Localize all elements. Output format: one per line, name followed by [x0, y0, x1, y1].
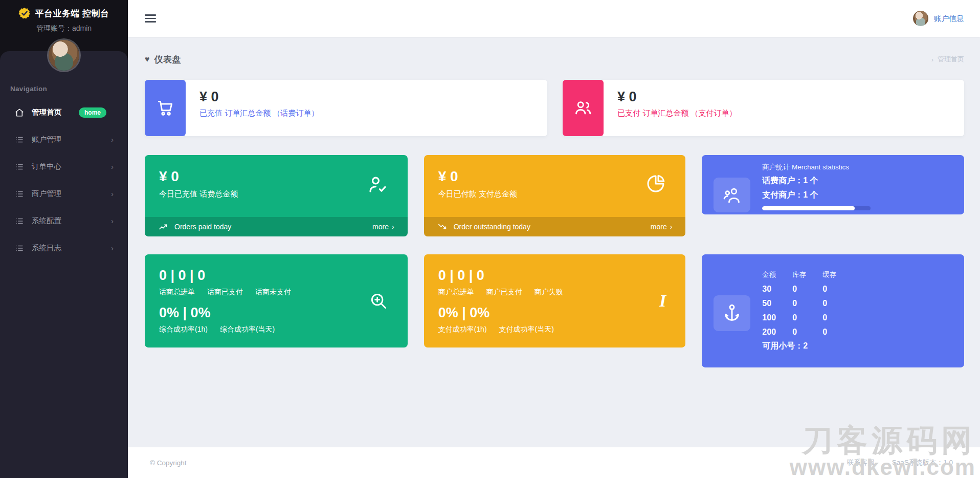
- cart-icon: [145, 80, 186, 136]
- rate-label: 综合成功率(1h): [159, 325, 208, 334]
- more-link[interactable]: more ›: [651, 223, 673, 231]
- chevron-right-icon: ›: [931, 56, 933, 63]
- breadcrumb-home[interactable]: 管理首页: [938, 55, 964, 64]
- list-icon: [14, 189, 25, 199]
- contact-support-link[interactable]: 联系客服: [847, 458, 875, 467]
- rate-label: 支付成功率(当天): [499, 325, 554, 334]
- list-icon: [14, 135, 25, 145]
- sidebar-avatar[interactable]: [49, 40, 79, 71]
- stock-row: 200 0 0: [762, 325, 853, 339]
- count-label: 商户已支付: [486, 288, 522, 297]
- copyright-label: © Copyright: [150, 459, 186, 467]
- stock-row: 100 0 0: [762, 311, 853, 325]
- sidebar: 平台业务端 控制台 管理账号：admin Navigation 管理首页 hom…: [0, 0, 128, 478]
- header-avatar: [913, 11, 928, 26]
- chevron-right-icon: ›: [111, 244, 114, 252]
- sidebar-item-label: 系统配置: [32, 216, 61, 226]
- payment-total-caption: 已支付 订单汇总金额 （支付订单）: [617, 108, 737, 118]
- sidebar-item-label: 账户管理: [32, 135, 61, 144]
- payment-rates: 0% | 0%: [438, 305, 686, 321]
- today-row: ¥ 0 今日已充值 话费总金额 Orders paid today more: [145, 155, 964, 236]
- sidebar-item-home[interactable]: 管理首页 home: [0, 99, 128, 126]
- recharge-summary-card: ¥ 0 已充值 订单汇总金额 （话费订单）: [145, 80, 547, 136]
- sidebar-item-label: 商户管理: [32, 189, 61, 199]
- recharge-counts: 0 | 0 | 0: [159, 268, 408, 284]
- trending-up-icon: [159, 223, 168, 230]
- page-title-row: ♥ 仪表盘 › 管理首页: [145, 48, 964, 71]
- payment-rate-card: 0 | 0 | 0 商户总进单 商户已支付 商户失败 0% | 0% 支付成功率…: [424, 254, 686, 347]
- breadcrumb: › 管理首页: [931, 55, 964, 64]
- sidebar-item-accounts[interactable]: 账户管理 ›: [0, 126, 128, 153]
- app-root: 平台业务端 控制台 管理账号：admin Navigation 管理首页 hom…: [0, 0, 980, 478]
- chevron-right-icon: ›: [111, 189, 114, 198]
- list-icon: [14, 162, 25, 172]
- sidebar-item-settings[interactable]: 系统配置 ›: [0, 207, 128, 234]
- sidebar-panel: Navigation 管理首页 home 账户管理 › 订单中心: [0, 51, 128, 478]
- merchant-progress-bar: [762, 206, 871, 210]
- rate-row: 0 | 0 | 0 话商总进单 话商已支付 话商未支付 0% | 0% 综合成功…: [145, 254, 964, 367]
- pay-merchant-count: 支付商户：1 个: [762, 190, 871, 201]
- page-title: 仪表盘: [154, 54, 182, 66]
- top-header: 账户信息: [128, 0, 980, 37]
- count-label: 商户总进单: [438, 288, 474, 297]
- app-title: 平台业务端 控制台: [35, 8, 109, 19]
- sidebar-item-label: 管理首页: [32, 107, 61, 117]
- count-label: 话商总进单: [159, 288, 195, 297]
- today-recharge-card: ¥ 0 今日已充值 话费总金额 Orders paid today more: [145, 155, 408, 236]
- chevron-right-icon: ›: [392, 223, 394, 231]
- phone-merchant-count: 话费商户：1 个: [762, 176, 871, 186]
- home-icon: [14, 107, 25, 118]
- available-accounts-label: 可用小号：2: [762, 341, 853, 352]
- pie-chart-icon: [645, 173, 666, 194]
- account-info-label: 账户信息: [934, 14, 964, 24]
- account-menu[interactable]: 账户信息: [913, 11, 964, 26]
- rate-label: 综合成功率(当天): [220, 325, 275, 334]
- count-label: 话商已支付: [207, 288, 243, 297]
- heart-icon: ♥: [145, 55, 150, 64]
- more-link[interactable]: more ›: [372, 223, 394, 231]
- trending-down-icon: [438, 223, 448, 230]
- admin-account-label: 管理账号：admin: [0, 24, 128, 33]
- home-badge: home: [79, 107, 106, 118]
- merchant-stats-card: 商户统计 Merchant statistics 话费商户：1 个 支付商户：1…: [702, 155, 964, 214]
- today-payment-footer: Order outstanding today more ›: [424, 217, 686, 236]
- stock-card: 金额 库存 缓存 30 0 0 50 0 0: [702, 254, 964, 367]
- nav-section-label: Navigation: [10, 85, 128, 93]
- sidebar-item-orders[interactable]: 订单中心 ›: [0, 153, 128, 180]
- orders-paid-label: Orders paid today: [174, 223, 231, 231]
- people-icon: [714, 178, 750, 212]
- payment-total-amount: ¥ 0: [617, 89, 737, 105]
- rate-label: 支付成功率(1h): [438, 325, 487, 334]
- zoom-in-icon: [369, 291, 388, 311]
- saas-version-label: SaaS系统版本：1.0: [892, 458, 953, 467]
- italic-i-icon: I: [659, 291, 666, 311]
- menu-toggle-icon[interactable]: [145, 14, 156, 23]
- stock-header: 库存: [792, 268, 822, 282]
- today-recharge-footer: Orders paid today more ›: [145, 217, 408, 236]
- stock-row: 50 0 0: [762, 296, 853, 311]
- merchant-stats-title: 商户统计 Merchant statistics: [762, 163, 871, 172]
- dashboard-content: ♥ 仪表盘 › 管理首页 ¥ 0 已充值 订单汇总金额 （话费订单）: [128, 37, 980, 447]
- sidebar-item-label: 系统日志: [32, 243, 61, 253]
- stock-row: 30 0 0: [762, 282, 853, 296]
- chevron-right-icon: ›: [111, 162, 114, 171]
- sidebar-brand: 平台业务端 控制台 管理账号：admin: [0, 0, 128, 33]
- stock-header: 缓存: [822, 268, 853, 282]
- sidebar-item-label: 订单中心: [32, 162, 61, 171]
- users-icon: [563, 80, 604, 136]
- list-icon: [14, 243, 25, 253]
- summary-row: ¥ 0 已充值 订单汇总金额 （话费订单） ¥ 0 已支付 订单汇总金额 （支付…: [145, 80, 964, 136]
- footer: © Copyright 联系客服 SaaS系统版本：1.0: [128, 447, 980, 478]
- chevron-right-icon: ›: [111, 216, 114, 225]
- sidebar-item-logs[interactable]: 系统日志 ›: [0, 234, 128, 262]
- list-icon: [14, 216, 25, 226]
- sidebar-item-merchants[interactable]: 商户管理 ›: [0, 180, 128, 207]
- chevron-right-icon: ›: [111, 135, 114, 144]
- payment-summary-card: ¥ 0 已支付 订单汇总金额 （支付订单）: [563, 80, 964, 136]
- chevron-right-icon: ›: [670, 223, 673, 231]
- orders-outstanding-label: Order outstanding today: [454, 223, 530, 231]
- count-label: 商户失败: [534, 288, 563, 297]
- stock-header: 金额: [762, 268, 792, 282]
- payment-counts: 0 | 0 | 0: [438, 268, 686, 284]
- today-payment-card: ¥ 0 今日已付款 支付总金额 Order outstanding today …: [424, 155, 686, 236]
